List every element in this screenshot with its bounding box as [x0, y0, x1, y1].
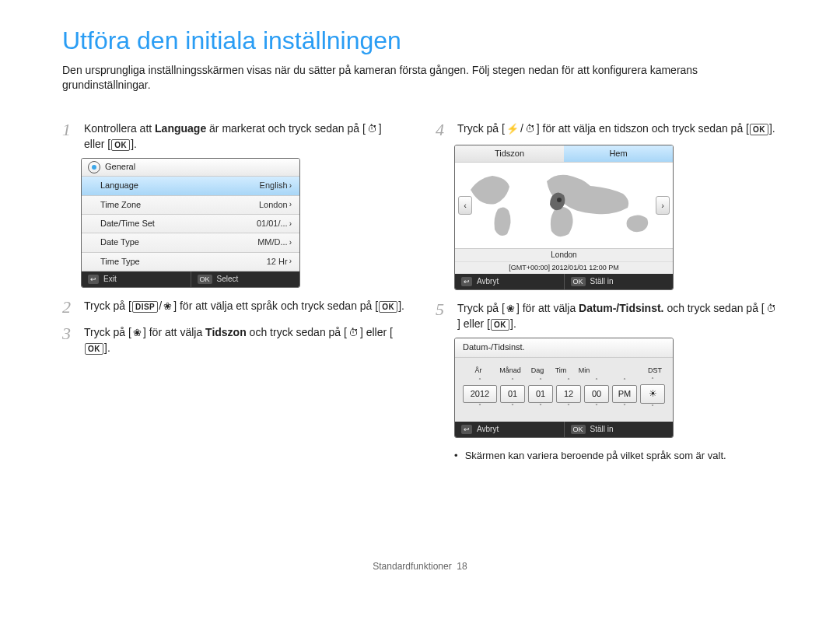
row-language[interactable]: Language English›	[82, 177, 299, 195]
step-number: 3	[62, 325, 76, 356]
lcd-header: General	[82, 159, 299, 177]
footer-set[interactable]: OK Ställ in	[564, 274, 674, 289]
ok-icon: OK	[750, 124, 768, 135]
timezone-screen: Tidszon Hem ‹	[454, 145, 674, 290]
back-icon: ↩	[461, 425, 472, 434]
step-number: 2	[62, 299, 76, 316]
step-1: 1 Kontrollera att Language är markerat o…	[62, 121, 404, 152]
timer-icon: ⏱	[765, 303, 778, 313]
sun-icon: ☀	[640, 384, 665, 404]
timer-icon: ⏱	[523, 124, 537, 134]
ok-small-icon: OK	[571, 425, 586, 434]
spin-day[interactable]: ˄ 01 ˅	[528, 378, 553, 410]
footer-set[interactable]: OK Ställ in	[564, 422, 674, 437]
footnote: • Skärmen kan variera beroende på vilket…	[454, 449, 778, 463]
tab-tidszon[interactable]: Tidszon	[455, 145, 564, 162]
lcd-header-label: General	[105, 161, 135, 173]
dt-title: Datum-/Tidsinst.	[455, 338, 673, 357]
dt-spinners: ˄ 2012 ˅ ˄ 01 ˅ ˄ 01 ˅	[463, 377, 665, 411]
chevron-down-icon[interactable]: ˅	[651, 405, 654, 411]
step-3: 3 Tryck på [❀] för att välja Tidszon och…	[62, 325, 404, 356]
page-footer: Standardfunktioner 18	[31, 560, 809, 573]
spin-dst[interactable]: ˄ ☀ ˅	[640, 377, 665, 411]
world-map-svg	[455, 163, 673, 248]
row-timezone[interactable]: Time Zone London›	[82, 196, 299, 215]
general-settings-screen: General Language English› Time Zone Lond…	[81, 158, 300, 288]
row-timetype[interactable]: Time Type 12 Hr›	[82, 253, 299, 271]
step-number: 4	[436, 121, 450, 138]
step-body: Tryck på [❀] för att välja Tidszon och t…	[84, 325, 404, 356]
step-number: 1	[62, 121, 76, 152]
chevron-down-icon[interactable]: ˅	[595, 404, 598, 410]
world-map: ‹	[455, 163, 673, 248]
step-body: Tryck på [❀] för att välja Datum-/Tidsin…	[457, 301, 778, 331]
chevron-up-icon[interactable]: ˄	[511, 378, 514, 384]
timer-icon: ⏱	[347, 328, 360, 338]
step-2: 2 Tryck på [DISP/❀] för att välja ett sp…	[62, 299, 404, 316]
step-5: 5 Tryck på [❀] för att välja Datum-/Tids…	[436, 301, 778, 331]
chevron-down-icon[interactable]: ˅	[511, 404, 514, 410]
dt-fields: År Månad Dag Tim Min DST ˄ 2012 ˅	[455, 358, 673, 422]
tz-tabbar: Tidszon Hem	[455, 145, 673, 163]
ok-icon: OK	[85, 343, 103, 355]
chevron-down-icon[interactable]: ˅	[478, 404, 481, 410]
chevron-right-icon: ›	[289, 180, 292, 191]
ok-icon: OK	[379, 301, 397, 313]
chevron-up-icon[interactable]: ˄	[567, 378, 570, 384]
footer-exit[interactable]: ↩ Exit	[82, 271, 191, 287]
page-title: Utföra den initiala inställningen	[62, 23, 778, 58]
lcd-footer: ↩ Avbryt OK Ställ in	[455, 274, 673, 289]
chevron-down-icon[interactable]: ˅	[567, 404, 570, 410]
spin-hour[interactable]: ˄ 12 ˅	[556, 378, 581, 410]
two-column-layout: 1 Kontrollera att Language är markerat o…	[62, 112, 778, 463]
row-datetime[interactable]: Date/Time Set 01/01/...›	[82, 215, 299, 233]
tab-hem[interactable]: Hem	[564, 145, 673, 162]
settings-dot-icon	[88, 161, 100, 173]
tz-prev-button[interactable]: ‹	[458, 196, 472, 215]
flower-icon: ❀	[505, 303, 516, 313]
flower-icon: ❀	[131, 328, 143, 338]
footer-select[interactable]: OK Select	[191, 271, 300, 287]
ok-small-icon: OK	[571, 277, 586, 286]
chevron-down-icon[interactable]: ˅	[623, 404, 626, 410]
chevron-up-icon[interactable]: ˄	[595, 378, 598, 384]
step-body: Tryck på [⚡/⏱] för att välja en tidszon …	[457, 121, 778, 138]
left-column: 1 Kontrollera att Language är markerat o…	[62, 112, 404, 463]
step-4: 4 Tryck på [⚡/⏱] för att välja en tidszo…	[436, 121, 778, 138]
lcd-footer: ↩ Exit OK Select	[82, 271, 299, 287]
chevron-down-icon[interactable]: ˅	[539, 404, 542, 410]
spin-min[interactable]: ˄ 00 ˅	[584, 378, 609, 410]
chevron-up-icon[interactable]: ˄	[539, 378, 542, 384]
tz-gmt: [GMT+00:00] 2012/01/01 12:00 PM	[455, 261, 673, 274]
datetime-screen: Datum-/Tidsinst. År Månad Dag Tim Min DS…	[454, 338, 674, 438]
manual-page: Utföra den initiala inställningen Den ur…	[31, 0, 809, 587]
chevron-up-icon[interactable]: ˄	[651, 377, 654, 384]
chevron-right-icon: ›	[289, 199, 292, 210]
flash-icon: ⚡	[505, 124, 520, 134]
disp-icon: DISP	[132, 301, 158, 313]
flower-icon: ❀	[162, 301, 173, 311]
footer-cancel[interactable]: ↩ Avbryt	[455, 422, 564, 437]
ok-small-icon: OK	[198, 275, 212, 284]
chevron-up-icon[interactable]: ˄	[478, 378, 481, 384]
step-number: 5	[436, 301, 450, 331]
tz-next-button[interactable]: ›	[656, 196, 670, 215]
right-column: 4 Tryck på [⚡/⏱] för att välja en tidszo…	[436, 112, 778, 463]
chevron-right-icon: ›	[289, 219, 292, 229]
spin-ampm[interactable]: ˄ PM ˅	[612, 378, 637, 410]
row-datetype[interactable]: Date Type MM/D...›	[82, 233, 299, 252]
timer-icon: ⏱	[366, 124, 379, 134]
footer-cancel[interactable]: ↩ Avbryt	[455, 274, 564, 289]
page-intro: Den ursprungliga inställningsskärmen vis…	[62, 63, 778, 93]
svg-point-1	[557, 198, 562, 202]
spin-month[interactable]: ˄ 01 ˅	[500, 378, 525, 410]
spin-year[interactable]: ˄ 2012 ˅	[463, 378, 497, 410]
ok-icon: OK	[111, 139, 130, 151]
chevron-up-icon[interactable]: ˄	[623, 378, 626, 384]
step-body: Tryck på [DISP/❀] för att välja ett språ…	[84, 299, 404, 316]
chevron-right-icon: ›	[289, 237, 292, 248]
bullet-icon: •	[454, 449, 462, 463]
tz-city: London	[455, 248, 673, 261]
lcd-footer: ↩ Avbryt OK Ställ in	[455, 422, 673, 437]
back-icon: ↩	[88, 275, 99, 284]
